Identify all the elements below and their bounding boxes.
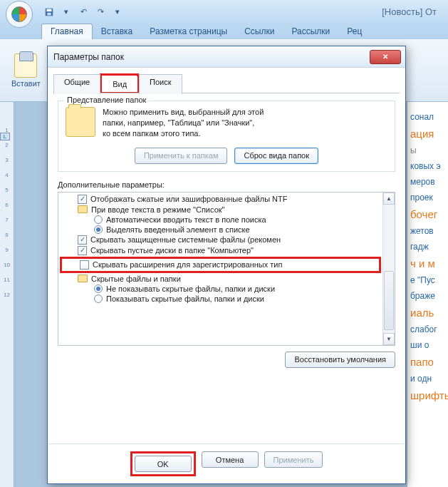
apply-to-folders-button[interactable]: Применить к папкам [135, 148, 228, 164]
radio-icon[interactable] [94, 225, 103, 234]
radio-icon[interactable] [94, 294, 103, 303]
svg-rect-2 [47, 12, 51, 15]
folder-icon [78, 205, 88, 213]
list-item[interactable]: Показывать скрытые файлы, папки и диски [60, 294, 381, 304]
group-title: Представление папок [64, 96, 149, 104]
tab-general[interactable]: Общие [53, 74, 100, 94]
list-item[interactable]: Выделять введенный элемент в списке [60, 225, 381, 235]
list-item[interactable]: ✓ Скрывать защищенные системные файлы (р… [60, 235, 381, 245]
tab-search[interactable]: Поиск [139, 74, 182, 94]
checkbox-icon[interactable] [80, 260, 89, 270]
restore-defaults-button[interactable]: Восстановить умолчания [285, 352, 395, 368]
undo-icon[interactable]: ↶ [75, 4, 91, 20]
ribbon-tab-insert[interactable]: Вставка [93, 24, 142, 39]
ribbon-tabs: Главная Вставка Разметка страницы Ссылки… [0, 24, 448, 39]
ok-button[interactable]: OK [135, 456, 192, 472]
highlight-frame-checkbox: Скрывать расширения для зарегистрированн… [60, 257, 381, 273]
scroll-track[interactable] [383, 205, 395, 333]
reset-folders-button[interactable]: Сброс вида папок [234, 148, 318, 164]
side-item: иаль [410, 307, 445, 319]
highlight-frame-tab: Вид [100, 73, 139, 93]
office-logo-icon [11, 6, 27, 22]
checkbox-icon[interactable]: ✓ [78, 195, 87, 204]
ribbon-group-clipboard: Вставит [6, 42, 46, 99]
folder-icon [78, 275, 88, 282]
ribbon-tab-links[interactable]: Ссылки [236, 24, 283, 39]
list-scrollbar[interactable]: ▲ ▼ [382, 193, 395, 345]
side-panel: сонал ация ы ковых э меров проек бочег ж… [407, 102, 448, 487]
paste-label: Вставит [11, 79, 41, 88]
ribbon-tab-layout[interactable]: Разметка страницы [141, 24, 236, 39]
side-item: ация [410, 128, 445, 140]
cancel-button[interactable]: Отмена [202, 451, 259, 468]
list-item[interactable]: При вводе текста в режиме "Список" [60, 205, 381, 215]
side-item[interactable]: жетов [410, 226, 445, 236]
dialog-title: Параметры папок [53, 52, 370, 62]
side-item: ы [410, 145, 445, 155]
side-item[interactable]: ковых э [410, 161, 445, 171]
office-button[interactable] [6, 1, 33, 28]
save-icon[interactable] [41, 4, 57, 20]
app-title: [Новость] От [130, 6, 442, 17]
svg-rect-1 [47, 9, 52, 11]
side-item[interactable]: гадж [410, 242, 445, 252]
side-item[interactable]: е "Пус [410, 275, 445, 285]
qat-dropdown-icon[interactable]: ▾ [58, 4, 74, 20]
list-item[interactable]: ✓ Отображать сжатые или зашифрованные фа… [60, 194, 381, 205]
dialog-footer: OK Отмена Применить [48, 444, 405, 483]
checkbox-icon[interactable]: ✓ [78, 235, 87, 245]
list-item[interactable]: Скрытые файлы и папки [60, 274, 381, 284]
list-item[interactable]: ✓ Скрывать пустые диски в папке "Компьют… [60, 245, 381, 256]
side-item[interactable]: слабог [410, 324, 445, 334]
side-item[interactable]: браже [410, 291, 445, 301]
ribbon-tab-home[interactable]: Главная [41, 24, 93, 39]
ribbon-tab-review[interactable]: Рец [338, 24, 370, 39]
folder-presentation-group: Представление папок Можно применить вид,… [58, 101, 395, 172]
scroll-thumb[interactable] [384, 271, 394, 330]
side-item: сонал [410, 112, 445, 122]
paste-icon[interactable] [14, 53, 37, 78]
advanced-label: Дополнительные параметры: [58, 180, 395, 189]
titlebar: ▾ ↶ ↷ ▾ [Новость] От [0, 0, 448, 24]
side-footer: шрифты [410, 389, 445, 401]
side-item: ч и м [410, 257, 445, 270]
tab-view[interactable]: Вид [102, 76, 137, 92]
scroll-down-icon[interactable]: ▼ [383, 333, 395, 345]
folder-view-description: Можно применить вид, выбранный для этой … [103, 107, 264, 139]
highlight-frame-ok: OK [130, 451, 196, 476]
advanced-options-list: ✓ Отображать сжатые или зашифрованные фа… [58, 192, 395, 346]
quick-access-toolbar: ▾ ↶ ↷ ▾ [41, 4, 125, 20]
redo-icon[interactable]: ↷ [93, 4, 108, 20]
ribbon-tab-mailings[interactable]: Рассылки [283, 24, 338, 39]
list-item-hide-extensions[interactable]: Скрывать расширения для зарегистрированн… [62, 260, 379, 270]
list-item[interactable]: Не показывать скрытые файлы, папки и дис… [60, 284, 381, 294]
side-item[interactable]: и одн [410, 374, 445, 384]
dialog-titlebar: Параметры папок ✕ [48, 46, 405, 68]
dialog-tabs: Общие Вид Поиск [53, 73, 400, 93]
radio-icon[interactable] [94, 284, 103, 293]
checkbox-icon[interactable]: ✓ [78, 246, 87, 255]
scroll-up-icon[interactable]: ▲ [383, 193, 395, 205]
side-item[interactable]: ши о [410, 340, 445, 350]
folder-options-dialog: Параметры папок ✕ Общие Вид Поиск Предст… [47, 46, 406, 484]
vertical-ruler: 1 2 3 4 5 6 7 8 9 10 11 12 [0, 102, 14, 487]
folder-icon [66, 107, 95, 137]
side-item[interactable]: проек [410, 193, 445, 203]
outline-toggle-icon[interactable]: L [0, 133, 10, 140]
apply-button[interactable]: Применить [264, 451, 323, 468]
side-item[interactable]: меров [410, 177, 445, 187]
list-item[interactable]: Автоматически вводить текст в поле поиск… [60, 215, 381, 225]
close-icon: ✕ [382, 53, 388, 61]
side-item: папо [410, 356, 445, 368]
dialog-body: Общие Вид Поиск Представление папок Можн… [48, 68, 405, 444]
radio-icon[interactable] [94, 215, 103, 224]
side-item: бочег [410, 208, 445, 220]
qat-customize-icon[interactable]: ▾ [110, 4, 125, 20]
close-button[interactable]: ✕ [370, 50, 401, 64]
